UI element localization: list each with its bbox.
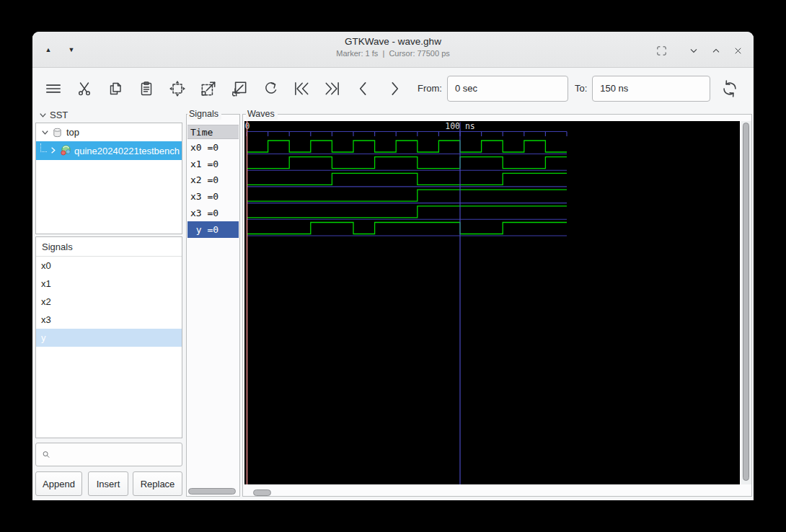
undo-icon <box>262 80 279 97</box>
skip-to-end-button[interactable] <box>323 79 342 98</box>
time-header-row[interactable]: Time <box>187 125 239 139</box>
signal-name-row[interactable]: x1 =0 <box>187 156 239 172</box>
tree-item-label: top <box>66 127 79 138</box>
maximize-button[interactable] <box>708 43 724 58</box>
waves-vscrollbar[interactable] <box>741 121 751 484</box>
waves-hscrollbar[interactable] <box>244 489 740 497</box>
chevron-up-icon <box>710 45 722 56</box>
signal-name-row-selected[interactable]: y =0 <box>187 221 239 238</box>
append-button[interactable]: Append <box>35 471 82 496</box>
chevron-right-icon[interactable] <box>48 146 58 156</box>
replace-button[interactable]: Replace <box>133 471 182 496</box>
list-item-selected[interactable]: y <box>36 329 182 347</box>
marker-cursor-status: Marker: 1 fs | Cursor: 77500 ps <box>32 49 754 58</box>
search-icon <box>42 449 50 460</box>
signal-name-row[interactable]: x3 =0 <box>187 205 239 221</box>
scrollbar-thumb[interactable] <box>188 488 236 495</box>
zoom-in-button[interactable] <box>199 79 218 98</box>
close-icon <box>733 45 743 56</box>
signal-name-row[interactable]: x2 =0 <box>187 172 239 188</box>
signal-search-box[interactable] <box>35 443 182 466</box>
chevron-down-icon <box>38 110 48 120</box>
gtkwave-window: ▲ ▼ GTKWave - wave.ghw Marker: 1 fs | Cu… <box>32 32 754 500</box>
zoom-out-icon <box>230 79 249 98</box>
waves-panel: Waves 0100 ns <box>242 114 752 497</box>
zoom-fit-button[interactable] <box>168 79 187 98</box>
to-time-input[interactable] <box>592 76 710 102</box>
fullscreen-icon <box>655 45 668 57</box>
facility-list: Signals x0 x1 x2 x3 y <box>35 236 182 438</box>
copy-icon <box>107 80 124 97</box>
undo-button[interactable] <box>261 79 280 98</box>
signals-frame-label: Signals <box>187 108 221 120</box>
tree-item-testbench[interactable]: quine20240221testbench <box>36 141 182 160</box>
insert-button[interactable]: Insert <box>88 471 128 496</box>
chevron-down-icon[interactable] <box>40 128 50 138</box>
database-cylinder-icon <box>52 127 63 138</box>
fullscreen-button[interactable] <box>653 43 669 58</box>
waves-frame-label: Waves <box>246 108 278 120</box>
module-globe-icon <box>60 145 71 156</box>
sst-expander-header[interactable]: SST <box>35 110 68 120</box>
sst-label: SST <box>50 110 68 120</box>
skip-to-end-icon <box>323 79 342 98</box>
skip-to-start-icon <box>292 79 311 98</box>
sst-tree: top quine20240221testbench <box>35 123 182 234</box>
zoom-out-button[interactable] <box>230 79 249 98</box>
reload-button[interactable] <box>720 79 739 98</box>
to-label: To: <box>575 83 587 94</box>
waveform-traces: 0100 ns <box>244 121 740 484</box>
zoom-fit-icon <box>168 79 187 98</box>
scrollbar-thumb[interactable] <box>743 123 749 481</box>
facility-list-header: Signals <box>36 237 182 257</box>
list-item[interactable]: x1 <box>36 275 182 293</box>
step-right-button[interactable] <box>385 79 404 98</box>
menu-icon <box>44 79 63 98</box>
zoom-in-icon <box>199 79 218 98</box>
chevron-down-icon <box>688 45 699 56</box>
chevron-left-icon <box>354 79 373 98</box>
titlebar[interactable]: ▲ ▼ GTKWave - wave.ghw Marker: 1 fs | Cu… <box>32 32 754 68</box>
title-block: GTKWave - wave.ghw Marker: 1 fs | Cursor… <box>32 36 754 58</box>
list-item[interactable]: x0 <box>36 257 182 275</box>
step-left-button[interactable] <box>354 79 373 98</box>
from-time-input[interactable] <box>447 76 568 102</box>
paste-icon <box>138 80 155 97</box>
from-label: From: <box>418 83 442 94</box>
tree-item-top[interactable]: top <box>36 123 182 141</box>
copy-button[interactable] <box>106 79 125 98</box>
scissors-icon <box>76 80 93 97</box>
chevron-right-icon <box>385 79 404 98</box>
cut-button[interactable] <box>75 79 94 98</box>
search-input[interactable] <box>55 449 182 460</box>
signal-name-row[interactable]: x0 =0 <box>187 139 239 156</box>
signal-name-row[interactable]: x3 =0 <box>187 188 239 205</box>
reload-icon <box>720 79 739 98</box>
window-title: GTKWave - wave.ghw <box>32 36 754 47</box>
waveform-canvas[interactable]: 0100 ns <box>244 121 740 484</box>
skip-to-start-button[interactable] <box>292 79 311 98</box>
tree-guide-line <box>40 143 47 152</box>
toolbar: From: To: <box>32 68 754 108</box>
signal-name-panel: Signals Time x0 =0 x1 =0 x2 =0 x3 =0 x3 … <box>186 114 240 497</box>
paste-button[interactable] <box>137 79 156 98</box>
list-item[interactable]: x3 <box>36 311 182 329</box>
menu-button[interactable] <box>44 79 63 98</box>
minimize-button[interactable] <box>686 43 702 58</box>
name-panel-hscrollbar[interactable] <box>188 487 239 495</box>
list-item[interactable]: x2 <box>36 293 182 311</box>
close-button[interactable] <box>730 43 746 58</box>
scrollbar-thumb[interactable] <box>253 489 271 496</box>
tree-item-label: quine20240221testbench <box>74 146 180 156</box>
